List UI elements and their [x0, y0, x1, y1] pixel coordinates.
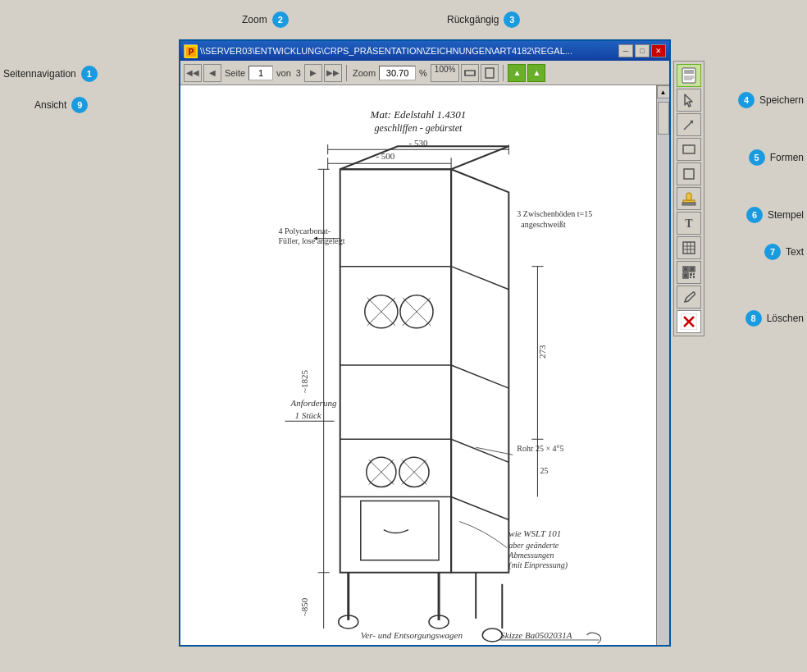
save-tool-button[interactable] — [677, 64, 701, 87]
zoom-badge: 2 — [272, 11, 289, 28]
text-tool-button[interactable]: T — [677, 212, 701, 235]
scroll-thumb[interactable] — [658, 102, 669, 135]
text-badge: 7 — [764, 244, 781, 260]
svg-rect-102 — [690, 277, 691, 278]
first-page-button[interactable]: ◀◀ — [184, 64, 202, 82]
toolbar-separator-2 — [503, 65, 504, 81]
svg-text:Skizze Ba0502031A: Skizze Ba0502031A — [500, 630, 572, 640]
content-area: Mat: Edelstahl 1.4301 geschliffen - gebü… — [180, 85, 669, 645]
svg-text:~1825: ~1825 — [299, 370, 309, 393]
formen-label: Formen — [770, 152, 804, 163]
page-total: 3 — [294, 68, 303, 78]
rueckgaengig-badge: 3 — [504, 11, 520, 28]
formen-badge: 5 — [749, 149, 765, 166]
svg-text:Anforderung: Anforderung — [290, 398, 337, 408]
svg-rect-6 — [486, 68, 494, 78]
formen-callout: 5 Formen — [749, 149, 804, 166]
speichern-callout: 4 Speichern — [738, 92, 804, 108]
svg-rect-85 — [684, 169, 694, 179]
svg-rect-79 — [684, 70, 694, 74]
pointer-tool-button[interactable] — [677, 89, 701, 112]
rueckgaengig-label: Rückgängig — [447, 14, 499, 25]
square-tool-button[interactable] — [677, 162, 701, 185]
close-button[interactable]: ✕ — [651, 44, 666, 57]
zoom-fit-page-button[interactable] — [481, 64, 499, 82]
zoom-toolbar-label: Zoom — [351, 68, 377, 78]
speichern-label: Speichern — [759, 94, 804, 106]
next-page-button[interactable]: ▶ — [304, 64, 322, 82]
ansicht-badge: 9 — [71, 97, 88, 113]
svg-rect-100 — [690, 273, 692, 276]
drawing-svg: Mat: Edelstahl 1.4301 geschliffen - gebü… — [180, 85, 656, 645]
last-page-button[interactable]: ▶▶ — [324, 64, 342, 82]
barcode-tool-button[interactable] — [677, 261, 701, 284]
page-label-prefix: Seite — [223, 68, 247, 78]
svg-text:Mat: Edelstahl 1.4301: Mat: Edelstahl 1.4301 — [370, 108, 467, 121]
zoom-label: Zoom — [242, 14, 267, 25]
svg-text:3 Zwischenböden t=15: 3 Zwischenböden t=15 — [517, 209, 592, 218]
svg-rect-84 — [683, 145, 695, 153]
page-input[interactable] — [248, 66, 273, 80]
svg-rect-95 — [684, 267, 687, 271]
delete-tool-button[interactable] — [677, 310, 701, 333]
vertical-scrollbar[interactable]: ▲ — [656, 85, 669, 645]
svg-text:(mit Einpressung): (mit Einpressung) — [508, 560, 568, 570]
speichern-badge: 4 — [738, 92, 755, 108]
svg-rect-3 — [465, 71, 475, 75]
toolbar-separator-1 — [346, 65, 347, 81]
scroll-up-arrow[interactable]: ▲ — [657, 85, 670, 98]
svg-text:1 Stück: 1 Stück — [295, 410, 322, 420]
stamp-tool-button[interactable] — [677, 187, 701, 210]
svg-text:wie WSLT 101: wie WSLT 101 — [508, 528, 561, 538]
seitennavigation-label: Seitennavigation — [3, 68, 76, 80]
svg-rect-89 — [683, 242, 695, 254]
svg-rect-87 — [682, 203, 695, 205]
svg-text:T: T — [685, 217, 693, 230]
table-tool-button[interactable] — [677, 236, 701, 259]
toolbar-arrow-down-green[interactable]: ▲ — [527, 64, 545, 82]
toolbar: ◀◀ ◀ Seite von 3 ▶ ▶▶ Zoom % 100% ▲ ▲ — [180, 61, 669, 85]
svg-text:~850: ~850 — [299, 597, 309, 616]
diagonal-arrow-tool-button[interactable] — [677, 113, 701, 136]
svg-text:4 Polycarbonat-: 4 Polycarbonat- — [279, 226, 331, 235]
zoom-percent: % — [417, 68, 429, 78]
pen-tool-button[interactable] — [677, 286, 701, 309]
svg-text:geschliffen - gebürstet: geschliffen - gebürstet — [375, 122, 463, 134]
rueckgaengig-callout: Rückgängig 3 — [447, 11, 520, 28]
right-tool-panel: T — [673, 61, 704, 336]
zoom-input[interactable] — [379, 66, 416, 80]
rectangle-tool-button[interactable] — [677, 138, 701, 161]
page-of-label: von — [275, 68, 293, 78]
minimize-button[interactable]: ─ — [618, 44, 633, 57]
svg-text:Füller, lose angelegt: Füller, lose angelegt — [279, 236, 345, 245]
svg-rect-97 — [691, 267, 694, 271]
text-callout: 7 Text — [764, 244, 804, 260]
svg-text:- 500: - 500 — [376, 151, 394, 161]
svg-text:Ver- und Entsorgungswagen: Ver- und Entsorgungswagen — [361, 630, 463, 640]
svg-rect-101 — [693, 273, 695, 275]
ansicht-label: Ansicht — [34, 99, 66, 111]
stempel-badge: 6 — [746, 207, 763, 223]
loeschen-badge: 8 — [745, 310, 762, 327]
text-label: Text — [786, 246, 804, 258]
seitennavigation-callout: Seitennavigation 1 — [3, 66, 98, 82]
toolbar-arrow-up-green[interactable]: ▲ — [508, 64, 526, 82]
window-controls: ─ □ ✕ — [618, 44, 666, 57]
loeschen-label: Löschen — [767, 313, 804, 324]
app-window: P \\SERVER03\ENTWICKLUNG\CRPS_PRÄSENTATI… — [179, 39, 671, 647]
loeschen-callout: 8 Löschen — [745, 310, 804, 327]
svg-text:Rohr 25 × 4°5: Rohr 25 × 4°5 — [517, 444, 563, 453]
prev-page-button[interactable]: ◀ — [203, 64, 221, 82]
maximize-button[interactable]: □ — [635, 44, 650, 57]
zoom-100-button[interactable]: 100% — [431, 64, 460, 82]
drawing-canvas: Mat: Edelstahl 1.4301 geschliffen - gebü… — [180, 85, 656, 645]
window-title: \\SERVER03\ENTWICKLUNG\CRPS_PRÄSENTATION… — [200, 46, 615, 56]
ansicht-callout: Ansicht 9 — [34, 97, 88, 113]
svg-text:P: P — [189, 48, 194, 57]
app-icon: P — [184, 44, 197, 57]
stempel-callout: 6 Stempel — [746, 207, 804, 223]
seitennavigation-badge: 1 — [81, 66, 98, 82]
title-bar: P \\SERVER03\ENTWICKLUNG\CRPS_PRÄSENTATI… — [180, 41, 669, 61]
svg-text:aber geänderte: aber geänderte — [508, 541, 559, 550]
zoom-fit-width-button[interactable] — [461, 64, 479, 82]
